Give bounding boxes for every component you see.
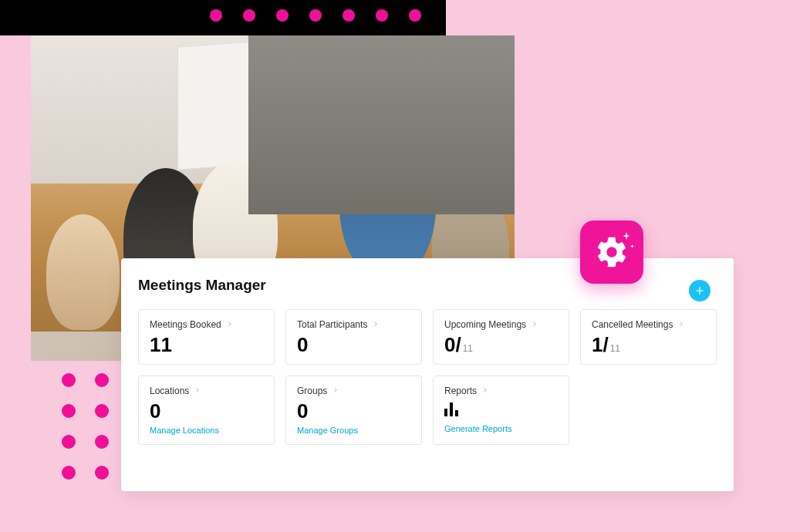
tile-label: Upcoming Meetings — [444, 319, 526, 330]
sparkle-icon — [629, 244, 636, 251]
chevron-right-icon — [481, 386, 489, 396]
manage-groups-link[interactable]: Manage Groups — [297, 426, 410, 435]
generate-reports-link[interactable]: Generate Reports — [444, 424, 558, 433]
chevron-right-icon — [194, 386, 201, 396]
meetings-manager-card: Meetings Manager Meetings Booked 11 Tota… — [121, 258, 734, 491]
tile-value: 11 — [150, 335, 263, 355]
tile-label: Locations — [150, 386, 189, 396]
settings-badge[interactable] — [580, 221, 643, 284]
tile-value: 1/11 — [592, 335, 705, 355]
tile-meetings-booked[interactable]: Meetings Booked 11 — [138, 309, 275, 365]
bar-chart-icon — [444, 402, 458, 416]
tile-groups[interactable]: Groups 0 Manage Groups — [285, 375, 422, 445]
decorative-side-dots — [62, 373, 109, 480]
tile-label: Groups — [297, 386, 327, 396]
stats-grid: Meetings Booked 11 Total Participants 0 … — [138, 309, 717, 445]
chevron-right-icon — [226, 319, 234, 330]
tile-label: Total Participants — [297, 319, 367, 330]
tile-label: Reports — [444, 386, 477, 396]
tile-value: 0/11 — [444, 335, 558, 355]
add-button[interactable] — [689, 280, 710, 301]
chevron-right-icon — [531, 319, 538, 330]
tile-locations[interactable]: Locations 0 Manage Locations — [138, 375, 275, 445]
chevron-right-icon — [677, 319, 685, 330]
tile-value: 0 — [297, 401, 410, 421]
tile-label: Meetings Booked — [150, 319, 221, 330]
chevron-right-icon — [332, 386, 339, 396]
tile-label: Cancelled Meetings — [592, 319, 673, 330]
plus-icon — [694, 285, 705, 296]
tile-reports[interactable]: Reports Generate Reports — [433, 375, 569, 445]
tile-value: 0 — [297, 335, 410, 355]
tile-cancelled-meetings[interactable]: Cancelled Meetings 1/11 — [580, 309, 717, 365]
chevron-right-icon — [372, 319, 380, 330]
tile-total-participants[interactable]: Total Participants 0 — [285, 309, 422, 365]
decorative-top-dots — [210, 9, 421, 22]
tile-value: 0 — [150, 401, 263, 421]
sparkle-icon — [620, 231, 633, 244]
manage-locations-link[interactable]: Manage Locations — [150, 426, 263, 435]
tile-upcoming-meetings[interactable]: Upcoming Meetings 0/11 — [433, 309, 569, 365]
